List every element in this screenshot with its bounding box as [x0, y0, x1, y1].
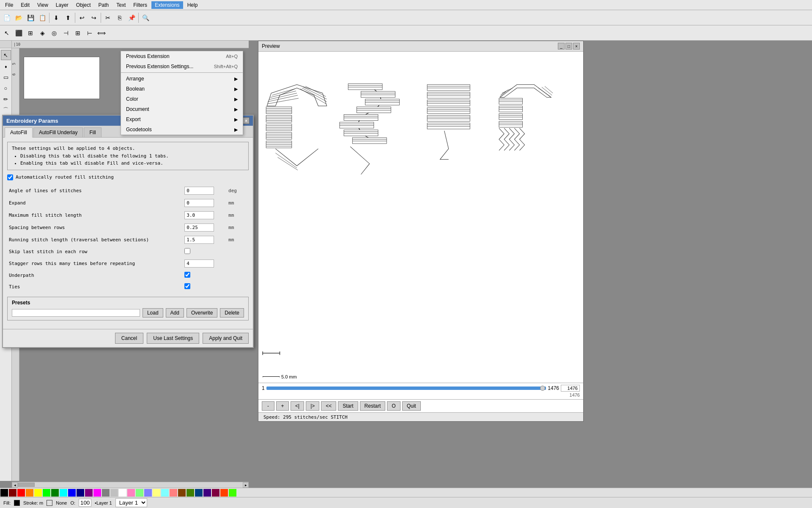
palette-color-800000[interactable] [9, 489, 16, 497]
menu-text[interactable]: Text [113, 1, 129, 9]
new-btn[interactable]: 📄 [1, 12, 13, 24]
palette-color-808080[interactable] [102, 489, 110, 497]
palette-color-ff0000[interactable] [17, 489, 25, 497]
scroll-right-btn[interactable]: ▸ [243, 482, 249, 488]
menu-view[interactable]: View [34, 1, 52, 9]
palette-color-80ff80[interactable] [136, 489, 143, 497]
palette-color-400080[interactable] [203, 489, 211, 497]
menu-prev-extension-settings[interactable]: Previous Extension Settings... Shift+Alt… [121, 61, 243, 72]
palette-color-00ff00[interactable] [43, 489, 50, 497]
ellipse-tool[interactable]: ○ [1, 83, 11, 93]
redo-btn[interactable]: ↪ [88, 12, 100, 24]
palette-color-ffff00[interactable] [34, 489, 42, 497]
ctrl-plus-btn[interactable]: + [276, 401, 289, 411]
cancel-button[interactable]: Cancel [115, 333, 143, 344]
menu-object[interactable]: Object [73, 1, 94, 9]
param-checkbox-skip[interactable] [184, 248, 190, 254]
save-btn[interactable]: 💾 [25, 12, 36, 24]
preset-input[interactable] [12, 309, 140, 317]
palette-color-ffff80[interactable] [153, 489, 160, 497]
menu-document[interactable]: Document ▶ [121, 104, 243, 114]
snap-grid[interactable]: ⊞ [25, 27, 36, 39]
snap-obj[interactable]: ◎ [48, 27, 60, 39]
palette-color-ff8080[interactable] [170, 489, 177, 497]
palette-color-40ff00[interactable] [229, 489, 236, 497]
snap-nodes[interactable]: ◈ [36, 27, 48, 39]
layer-select[interactable]: Layer 1 [115, 498, 147, 507]
apply-quit-button[interactable]: Apply and Quit [203, 333, 249, 344]
param-checkbox-ties[interactable] [184, 283, 190, 289]
menu-gcodetools[interactable]: Gcodetools ▶ [121, 124, 243, 135]
slider-input[interactable] [561, 385, 580, 392]
menu-arrange[interactable]: Arrange ▶ [121, 74, 243, 84]
scroll-track[interactable] [18, 482, 243, 488]
preset-delete-btn[interactable]: Delete [220, 308, 244, 318]
zoom-in-btn[interactable]: 🔍 [140, 12, 151, 24]
palette-color-c0c0c0[interactable] [110, 489, 118, 497]
param-input-running[interactable] [184, 236, 214, 244]
autofill-checkbox[interactable] [7, 174, 13, 180]
menu-file[interactable]: File [2, 1, 16, 9]
palette-color-ff80c0[interactable] [127, 489, 135, 497]
bezier-tool[interactable]: ⌒ [1, 105, 11, 115]
tab-autofill-underlay[interactable]: AutoFill Underlay [33, 127, 83, 137]
arrow-tool[interactable]: ↖ [1, 50, 11, 60]
preview-close-btn[interactable]: × [573, 43, 580, 50]
menu-edit[interactable]: Edit [17, 1, 33, 9]
stroke-swatch[interactable] [47, 500, 52, 506]
ctrl-rewind-btn[interactable]: << [321, 401, 336, 411]
copy-btn[interactable]: ⎘ [114, 12, 126, 24]
horizontal-scrollbar[interactable]: ◂ ▸ [12, 482, 249, 488]
palette-color-804000[interactable] [178, 489, 186, 497]
save-as-btn[interactable]: 📋 [36, 12, 48, 24]
opacity-input[interactable] [79, 499, 91, 507]
preset-overwrite-btn[interactable]: Overwrite [187, 308, 217, 318]
node-edit-tool[interactable]: ⬧ [1, 61, 11, 71]
palette-color-408000[interactable] [187, 489, 194, 497]
align-left[interactable]: ⊣ [60, 27, 72, 39]
menu-color[interactable]: Color ▶ [121, 94, 243, 104]
align-right[interactable]: ⊢ [84, 27, 96, 39]
rectangle-tool[interactable]: ▭ [1, 72, 11, 82]
scroll-thumb[interactable] [18, 483, 35, 487]
palette-color-000080[interactable] [77, 489, 84, 497]
palette-color-0000ff[interactable] [68, 489, 76, 497]
undo-btn[interactable]: ↩ [76, 12, 88, 24]
tab-autofill[interactable]: AutoFill [5, 127, 33, 138]
paste-btn[interactable]: 📌 [126, 12, 137, 24]
menu-prev-extension[interactable]: Previous Extension Alt+Q [121, 51, 243, 61]
palette-color-8080ff[interactable] [144, 489, 152, 497]
menu-filters[interactable]: Filters [130, 1, 151, 9]
tab-fill[interactable]: Fill [84, 127, 101, 137]
ctrl-restart-btn[interactable]: Restart [360, 401, 386, 411]
scroll-left-btn[interactable]: ◂ [12, 482, 18, 488]
ctrl-o-btn[interactable]: O [387, 401, 400, 411]
ctrl-frame-fwd-btn[interactable]: |> [306, 401, 319, 411]
ctrl-quit-btn[interactable]: Quit [402, 401, 421, 411]
menu-path[interactable]: Path [95, 1, 112, 9]
node-tool[interactable]: ⬛ [13, 27, 25, 39]
preset-add-btn[interactable]: Add [166, 308, 184, 318]
preview-minimize-btn[interactable]: _ [558, 43, 565, 50]
palette-color-80ffff[interactable] [161, 489, 169, 497]
pencil-tool[interactable]: ✏ [1, 94, 11, 104]
cut-btn[interactable]: ✂ [102, 12, 114, 24]
param-input-spacing[interactable] [184, 224, 214, 232]
param-input-expand[interactable] [184, 199, 214, 207]
dialog-close-btn[interactable]: × [243, 117, 250, 124]
palette-color-ff00ff[interactable] [93, 489, 101, 497]
import-btn[interactable]: ⬇ [50, 12, 62, 24]
palette-color-800040[interactable] [212, 489, 219, 497]
palette-color-00ffff[interactable] [60, 489, 67, 497]
use-last-settings-button[interactable]: Use Last Settings [147, 333, 199, 344]
palette-color-008000[interactable] [51, 489, 59, 497]
palette-color-ff8000[interactable] [26, 489, 33, 497]
param-checkbox-underpath[interactable] [184, 272, 190, 278]
align-center[interactable]: ⊞ [72, 27, 84, 39]
preset-load-btn[interactable]: Load [143, 308, 163, 318]
palette-color-000000[interactable] [0, 489, 8, 497]
palette-color-ff4000[interactable] [220, 489, 228, 497]
slider-track[interactable] [266, 387, 546, 390]
ctrl-frame-back-btn[interactable]: <| [291, 401, 304, 411]
param-input-maxlength[interactable] [184, 211, 214, 219]
